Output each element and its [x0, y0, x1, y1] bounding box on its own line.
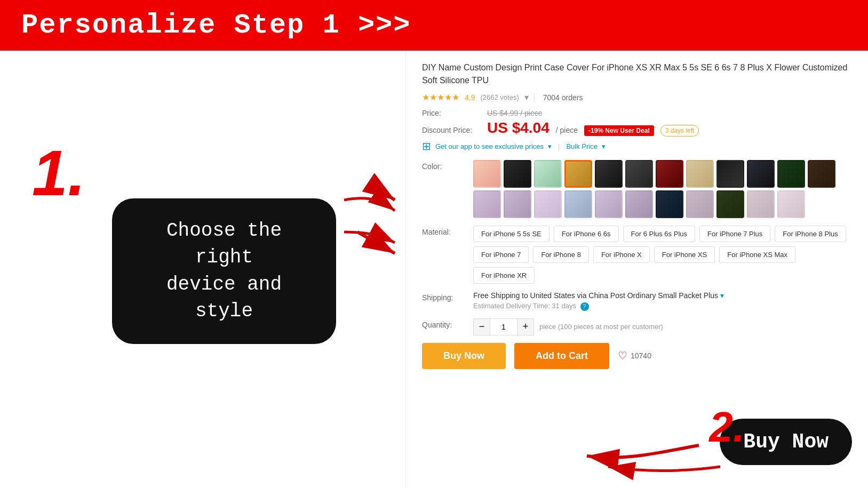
quantity-section: Quantity: − + piece (100 pieces at most …	[422, 318, 852, 335]
color-grid	[473, 160, 852, 218]
discount-price: US $4.04	[487, 119, 550, 137]
color-swatch-5[interactable]	[595, 160, 623, 188]
quantity-controls: − + piece (100 pieces at most per custom…	[473, 318, 663, 335]
header-title: Personalize Step 1 >>>	[21, 10, 411, 41]
price-section: Price: US $4.99 / piece Discount Price: …	[422, 109, 852, 153]
discount-label: Discount Price:	[422, 126, 481, 134]
rating-value: 4.9	[465, 93, 475, 102]
shipping-dropdown-icon[interactable]: ▾	[720, 291, 724, 300]
orders-count: 7004 orders	[534, 93, 583, 102]
wishlist-button[interactable]: ♡ 10740	[618, 349, 651, 362]
color-swatch-14[interactable]	[504, 190, 531, 218]
material-btn-2[interactable]: For 6 Plus 6s Plus	[623, 226, 696, 242]
info-icon[interactable]: ?	[580, 302, 589, 311]
product-title: DIY Name Custom Design Print Case Cover …	[422, 61, 852, 87]
color-swatch-18[interactable]	[625, 190, 653, 218]
quantity-increase-button[interactable]: +	[517, 318, 534, 335]
color-swatch-20[interactable]	[686, 190, 714, 218]
step-bubble: Choose the right device and style	[112, 198, 336, 345]
material-btn-4[interactable]: For iPhone 8 Plus	[775, 226, 846, 242]
material-label: Material:	[422, 226, 465, 284]
bulk-price-link[interactable]: Bulk Price	[566, 142, 598, 150]
app-link-arrow[interactable]: ▾	[548, 142, 552, 150]
color-swatch-23[interactable]	[777, 190, 805, 218]
material-btn-3[interactable]: For iPhone 7 Plus	[699, 226, 770, 242]
bulk-price-arrow[interactable]: ▾	[602, 142, 606, 150]
votes: (2662 votes)	[480, 93, 519, 101]
color-swatch-15[interactable]	[534, 190, 562, 218]
quantity-label: Quantity:	[422, 318, 465, 335]
original-price: US $4.99 / piece	[487, 109, 543, 117]
shipping-info: Free Shipping to United States via China…	[473, 291, 852, 311]
step2-text: Buy Now	[743, 430, 829, 453]
color-swatch-2[interactable]	[504, 160, 531, 188]
buy-now-button[interactable]: Buy Now	[422, 343, 506, 369]
color-swatch-19[interactable]	[656, 190, 683, 218]
app-link[interactable]: Get our app to see exclusive prices	[435, 142, 544, 150]
color-swatch-11[interactable]	[777, 160, 805, 188]
original-price-row: Price: US $4.99 / piece	[422, 109, 852, 117]
color-swatch-22[interactable]	[747, 190, 775, 218]
discount-price-row: Discount Price: US $4.04 / piece -19% Ne…	[422, 119, 852, 137]
color-swatch-17[interactable]	[595, 190, 623, 218]
action-buttons: Buy Now Add to Cart ♡ 10740	[422, 343, 852, 369]
color-swatch-9[interactable]	[716, 160, 744, 188]
material-section: Material: For iPhone 5 5s SE For iPhone …	[422, 226, 852, 284]
material-btn-1[interactable]: For iPhone 6 6s	[554, 226, 619, 242]
step2-number: 2.	[709, 403, 745, 452]
color-section: Color:	[422, 160, 852, 218]
material-btn-7[interactable]: For iPhone X	[593, 246, 650, 263]
wishlist-count: 10740	[631, 351, 651, 360]
divider: |	[558, 142, 560, 150]
quantity-input[interactable]	[490, 318, 517, 335]
material-btn-9[interactable]: For iPhone XS Max	[719, 246, 795, 263]
color-label: Color:	[422, 160, 465, 218]
shipping-main: Free Shipping to United States via China…	[473, 291, 852, 300]
price-label: Price:	[422, 109, 481, 117]
color-swatch-21[interactable]	[716, 190, 744, 218]
discount-badge: -19% New User Deal	[584, 125, 654, 136]
rating-row: ★★★★★ 4.9 (2662 votes) ▾ 7004 orders	[422, 92, 852, 102]
left-panel: 1. Choose the right device and style	[0, 51, 405, 488]
shipping-sub: Estimated Delivery Time: 31 days ?	[473, 302, 852, 311]
shipping-section: Shipping: Free Shipping to United States…	[422, 291, 852, 311]
days-badge: 3 days left	[660, 125, 699, 137]
shipping-text: Free Shipping to United States via China…	[473, 291, 718, 300]
header-banner: Personalize Step 1 >>>	[0, 0, 868, 51]
color-swatch-1[interactable]	[473, 160, 501, 188]
stars: ★★★★★	[422, 92, 459, 102]
step2-bubble: 2. Buy Now	[720, 419, 852, 465]
material-options: For iPhone 5 5s SE For iPhone 6 6s For 6…	[473, 226, 852, 284]
heart-icon: ♡	[618, 349, 627, 362]
color-swatch-10[interactable]	[747, 160, 775, 188]
color-swatch-16[interactable]	[564, 190, 592, 218]
main-content: 1. Choose the right device and style DIY…	[0, 51, 868, 488]
delivery-text: Estimated Delivery Time: 31 days	[473, 302, 576, 310]
material-btn-6[interactable]: For iPhone 8	[533, 246, 588, 263]
material-btn-8[interactable]: For iPhone XS	[654, 246, 715, 263]
material-btn-5[interactable]: For iPhone 7	[473, 246, 529, 263]
dropdown-icon[interactable]: ▾	[524, 92, 529, 102]
color-swatch-8[interactable]	[686, 160, 714, 188]
material-btn-0[interactable]: For iPhone 5 5s SE	[473, 226, 550, 242]
per-piece: / piece	[556, 126, 578, 134]
app-link-row: ⊞ Get our app to see exclusive prices ▾ …	[422, 140, 852, 153]
color-swatch-7[interactable]	[656, 160, 683, 188]
color-swatch-12[interactable]	[808, 160, 835, 188]
quantity-note: piece (100 pieces at most per customer)	[539, 323, 663, 331]
color-swatch-13[interactable]	[473, 190, 501, 218]
step-number: 1.	[32, 136, 85, 210]
material-btn-10[interactable]: For iPhone XR	[473, 267, 535, 284]
step-bubble-text: Choose the right device and style	[166, 220, 282, 322]
color-swatch-6[interactable]	[625, 160, 653, 188]
shipping-label: Shipping:	[422, 291, 465, 311]
color-swatch-4[interactable]	[564, 160, 592, 188]
quantity-decrease-button[interactable]: −	[473, 318, 490, 335]
color-swatch-3[interactable]	[534, 160, 562, 188]
add-to-cart-button[interactable]: Add to Cart	[514, 343, 609, 369]
qr-icon: ⊞	[422, 140, 431, 153]
